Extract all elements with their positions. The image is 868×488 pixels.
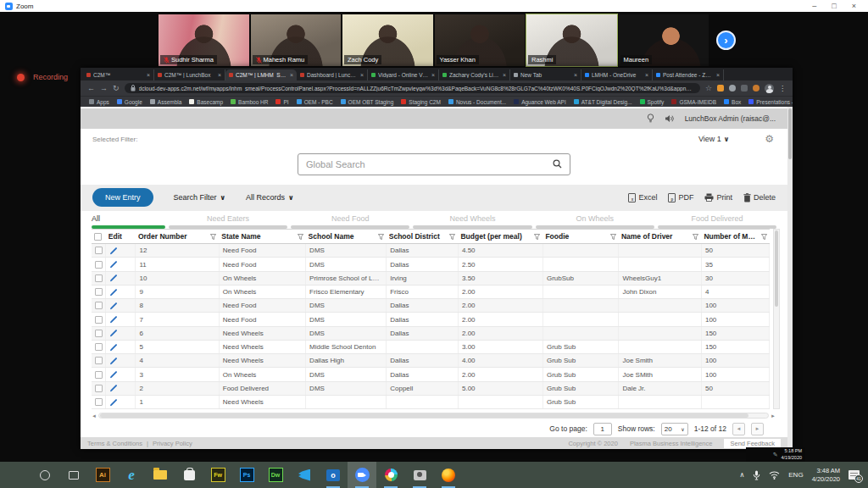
tab-close-icon[interactable]: × [645, 72, 648, 78]
row-checkbox[interactable] [95, 274, 103, 282]
lightbulb-icon[interactable] [647, 114, 654, 124]
column-header[interactable]: School District [387, 230, 459, 244]
back-icon[interactable]: ← [87, 84, 95, 92]
status-tab[interactable]: Need Food [291, 211, 409, 229]
bookmark-item[interactable]: Spotify [640, 99, 665, 105]
tab-close-icon[interactable]: × [290, 72, 293, 78]
export-pdf-button[interactable]: p PDF [668, 193, 693, 202]
filter-funnel-icon[interactable] [449, 234, 455, 240]
bookmark-item[interactable]: Box [724, 99, 741, 105]
bookmark-item[interactable]: Google [117, 99, 142, 105]
filter-funnel-icon[interactable] [378, 234, 384, 240]
taskbar-app-icon[interactable]: Ps [232, 462, 261, 488]
taskbar-app-icon[interactable] [376, 462, 405, 488]
status-tab[interactable]: All [92, 211, 165, 229]
page-scrollbar[interactable] [787, 107, 793, 449]
row-checkbox[interactable] [95, 247, 103, 254]
scroll-left-icon[interactable]: ◄ [92, 413, 97, 419]
print-button[interactable]: Print [704, 193, 732, 202]
tab-close-icon[interactable]: × [147, 72, 150, 78]
bookmark-item[interactable]: Apps [89, 99, 109, 105]
global-search-input[interactable]: Global Search [298, 153, 570, 175]
column-header[interactable]: Edit [106, 230, 136, 244]
tab-close-icon[interactable]: × [360, 72, 364, 78]
extension-icon[interactable] [741, 85, 748, 92]
bookmark-item[interactable]: Aguance Web API [514, 99, 566, 105]
bookmark-item[interactable]: Assembla [150, 99, 182, 105]
row-checkbox[interactable] [95, 330, 103, 337]
browser-menu-icon[interactable]: ⋮ [779, 85, 786, 92]
column-header[interactable]: Name of Driver [619, 230, 702, 244]
address-bar[interactable]: dcloud-dev-apps.c2m.net/wf/myapps/lnhm_s… [125, 83, 700, 93]
privacy-link[interactable]: Privacy Policy [153, 440, 192, 447]
taskbar-app-icon[interactable]: Fw [203, 462, 232, 488]
browser-tab[interactable]: C2M™ × [83, 69, 154, 80]
prev-page-button[interactable]: ◄ [732, 423, 745, 435]
row-checkbox[interactable] [95, 357, 103, 364]
scrollbar-thumb[interactable] [100, 413, 748, 418]
profile-avatar[interactable] [765, 84, 774, 93]
row-checkbox[interactable] [95, 398, 103, 406]
horizontal-scrollbar[interactable]: ◄ ► [92, 411, 776, 420]
tab-close-icon[interactable]: × [574, 72, 577, 78]
filter-funnel-icon[interactable] [761, 234, 767, 240]
column-header[interactable]: Foodie [542, 230, 619, 244]
new-entry-button[interactable]: New Entry [92, 188, 153, 207]
bookmark-item[interactable]: Staging C2M [401, 99, 441, 105]
column-header[interactable]: State Name [219, 230, 305, 244]
taskbar-app-icon[interactable]: Dw [261, 462, 290, 488]
row-checkbox[interactable] [95, 261, 103, 269]
row-checkbox[interactable] [95, 385, 103, 392]
edit-pencil-icon[interactable] [109, 398, 118, 407]
bookmark-item[interactable]: AT&T Digital Desig... [574, 99, 632, 105]
taskbar-clock[interactable]: 3:48 AM 4/20/2020 [812, 467, 840, 483]
bookmark-item[interactable]: Bamboo HR [231, 99, 268, 105]
edit-pencil-icon[interactable] [109, 302, 118, 310]
edit-pencil-icon[interactable] [109, 357, 118, 365]
terms-link[interactable]: Terms & Conditions [87, 440, 142, 447]
browser-tab[interactable]: New Tab × [510, 69, 581, 80]
column-header[interactable]: Number of Meals [701, 230, 769, 244]
tab-close-icon[interactable]: × [503, 72, 506, 78]
edit-pencil-icon[interactable] [109, 329, 118, 337]
tab-close-icon[interactable]: × [218, 72, 221, 78]
taskbar-app-icon[interactable] [2, 462, 31, 488]
all-records-dropdown[interactable]: All Records ∨ [246, 193, 294, 202]
export-excel-button[interactable]: x Excel [628, 193, 657, 202]
browser-tab[interactable]: Post Attendee - Zoom × [653, 69, 724, 80]
edit-pencil-icon[interactable] [109, 247, 118, 255]
microphone-icon[interactable] [753, 470, 760, 480]
browser-tab[interactable]: C2M™ | LunchBox × [154, 69, 225, 80]
next-page-button[interactable]: ► [751, 423, 764, 435]
row-checkbox[interactable] [95, 343, 103, 351]
bookmark-item[interactable]: Presentations - Dro... [748, 99, 793, 105]
bookmark-item[interactable]: OEM - PBC [297, 99, 333, 105]
taskbar-app-icon[interactable] [59, 462, 88, 488]
rows-per-page-select[interactable]: 20 ∨ [661, 423, 688, 435]
taskbar-app-icon[interactable] [405, 462, 434, 488]
taskbar-app-icon[interactable] [175, 462, 203, 488]
browser-tab[interactable]: LMHM - OneDrive × [581, 69, 653, 80]
extension-icon[interactable] [717, 85, 724, 92]
column-header[interactable]: Order Number [136, 230, 219, 244]
bookmark-item[interactable]: GSMA-IMEIDB [671, 99, 716, 105]
taskbar-app-icon[interactable] [146, 462, 175, 488]
table-scrollbar[interactable] [773, 229, 780, 409]
browser-tab[interactable]: Dashboard | Lunchbox × [297, 69, 368, 80]
search-filter-dropdown[interactable]: Search Filter ∨ [174, 193, 226, 202]
close-icon[interactable]: × [852, 2, 856, 10]
bookmark-item[interactable]: Basecamp [189, 99, 223, 105]
bookmark-item[interactable]: OEM OBT Staging [341, 99, 394, 105]
browser-tab[interactable]: Zachary Cody's Library × [439, 69, 510, 80]
row-checkbox[interactable] [95, 288, 103, 296]
logged-in-user[interactable]: LunchBox Admin (raisac@... [685, 114, 776, 123]
scroll-right-icon[interactable]: ► [771, 413, 776, 419]
status-tab[interactable]: Need Eaters [169, 211, 287, 229]
filter-funnel-icon[interactable] [534, 234, 540, 240]
edit-pencil-icon[interactable] [109, 274, 118, 282]
tab-close-icon[interactable]: × [431, 72, 435, 78]
bookmark-item[interactable]: Novus - Document... [448, 99, 506, 105]
taskbar-app-icon[interactable] [434, 462, 463, 488]
select-all-checkbox[interactable] [94, 233, 102, 241]
status-tab[interactable]: Food Delivered [658, 211, 776, 229]
